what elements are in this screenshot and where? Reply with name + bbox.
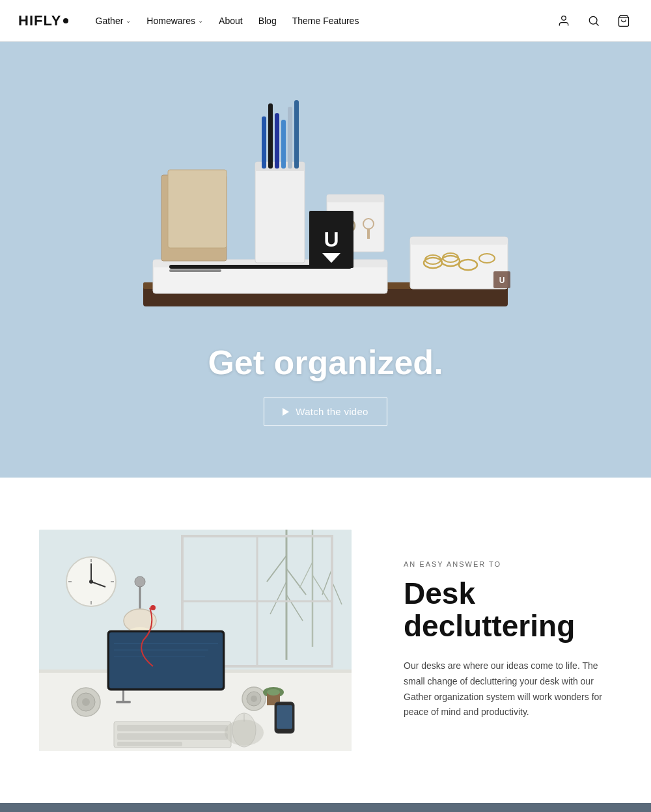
nav-item-about[interactable]: About — [212, 10, 249, 31]
hero-content: Get organized. Watch the video — [208, 343, 443, 426]
play-icon — [283, 408, 289, 416]
logo[interactable]: HIFLY — [18, 12, 68, 29]
cart-button[interactable] — [615, 12, 633, 30]
nav-icons — [555, 12, 633, 30]
hero-title: Get organized. — [208, 343, 443, 382]
logo-registered — [63, 18, 68, 23]
svg-point-101 — [225, 720, 264, 746]
account-icon — [557, 14, 570, 27]
info-eyebrow: AN EASY ANSWER TO — [404, 560, 612, 568]
svg-point-102 — [150, 605, 156, 610]
logo-text: HIFLY — [18, 12, 62, 29]
svg-rect-38 — [410, 237, 508, 245]
svg-rect-25 — [294, 100, 299, 169]
svg-point-75 — [135, 576, 145, 587]
info-heading: Desk decluttering — [404, 577, 612, 643]
search-icon — [587, 14, 600, 27]
svg-rect-77 — [122, 689, 124, 702]
svg-rect-27 — [327, 195, 384, 202]
svg-rect-94 — [277, 705, 292, 729]
account-button[interactable] — [555, 12, 573, 30]
svg-rect-17 — [168, 170, 227, 248]
svg-rect-21 — [268, 103, 273, 169]
svg-text:U: U — [324, 228, 339, 251]
nav-item-homewares[interactable]: Homewares ⌄ — [140, 10, 210, 31]
svg-rect-23 — [281, 120, 286, 169]
svg-point-1 — [589, 16, 597, 24]
svg-rect-97 — [117, 733, 228, 740]
chevron-down-icon: ⌄ — [198, 17, 203, 24]
svg-point-86 — [82, 698, 90, 706]
svg-text:U: U — [499, 276, 505, 285]
svg-rect-98 — [117, 742, 182, 746]
nav-item-gather[interactable]: Gather ⌄ — [89, 10, 138, 31]
svg-rect-18 — [255, 162, 305, 263]
desk-image — [39, 530, 352, 751]
svg-point-0 — [562, 16, 566, 20]
everything-section: Everything — [0, 803, 651, 812]
svg-point-89 — [251, 696, 257, 702]
navbar: HIFLY Gather ⌄ Homewares ⌄ About Blog Th… — [0, 0, 651, 42]
info-body: Our desks are where our ideas come to li… — [404, 658, 612, 720]
cart-icon — [617, 14, 630, 27]
svg-rect-80 — [109, 632, 223, 688]
search-button[interactable] — [585, 12, 603, 30]
svg-rect-22 — [275, 113, 279, 169]
hero-image-area: U U — [0, 42, 651, 373]
chevron-down-icon: ⌄ — [126, 17, 131, 24]
watch-video-button[interactable]: Watch the video — [264, 398, 387, 426]
nav-item-theme-features[interactable]: Theme Features — [286, 10, 366, 31]
info-section: AN EASY ANSWER TO Desk decluttering Our … — [0, 478, 651, 803]
svg-rect-20 — [262, 116, 266, 169]
svg-rect-96 — [117, 725, 228, 731]
watch-video-label: Watch the video — [296, 406, 368, 417]
desk-scene-illustration — [39, 530, 352, 751]
info-text-block: AN EASY ANSWER TO Desk decluttering Our … — [404, 560, 612, 720]
svg-rect-78 — [116, 701, 131, 703]
svg-point-92 — [267, 689, 280, 696]
svg-rect-24 — [288, 107, 292, 169]
nav-links: Gather ⌄ Homewares ⌄ About Blog Theme Fe… — [89, 10, 555, 31]
nav-item-blog[interactable]: Blog — [252, 10, 283, 31]
hero-section: U U Get organized. Watch the video — [0, 42, 651, 478]
desk-organizer-illustration: U U — [91, 84, 560, 331]
svg-rect-9 — [169, 269, 221, 272]
svg-rect-33 — [367, 229, 370, 239]
